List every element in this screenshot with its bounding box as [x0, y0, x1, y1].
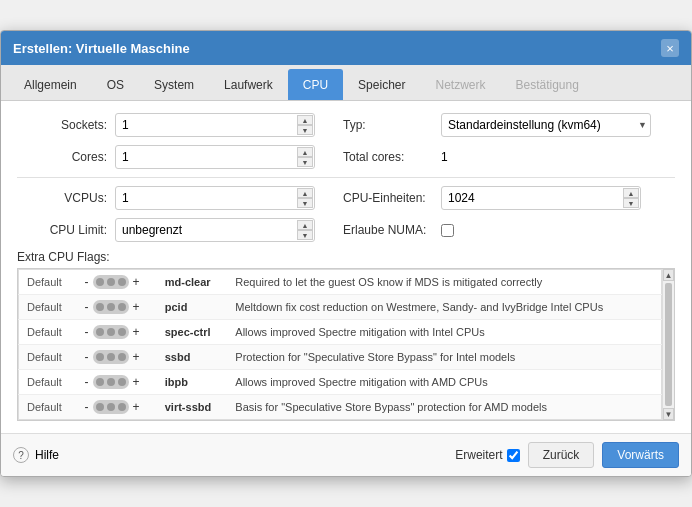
cores-spinners: ▲ ▼ [297, 147, 313, 167]
vorwarts-button[interactable]: Vorwärts [602, 442, 679, 468]
toggle-circle-3-3 [118, 353, 126, 361]
flag-toggle-4[interactable]: - + [77, 370, 157, 395]
dialog-footer: ? Hilfe Erweitert Zurück Vorwärts [1, 433, 691, 476]
tab-bar: Allgemein OS System Laufwerk CPU Speiche… [1, 65, 691, 101]
footer-left: ? Hilfe [13, 447, 447, 463]
cpu-limit-input[interactable] [115, 218, 315, 242]
flag-row: Default - + ssbd Protection for "Specula… [19, 345, 662, 370]
minus-icon-5: - [85, 400, 89, 414]
cpu-einheiten-input[interactable] [441, 186, 641, 210]
cores-input[interactable] [115, 145, 315, 169]
flag-toggle-2[interactable]: - + [77, 320, 157, 345]
erlaube-numa-checkbox[interactable] [441, 224, 454, 237]
typ-section: Typ: Standardeinstellung (kvm64) ▼ [343, 113, 651, 137]
divider-1 [17, 177, 675, 178]
flag-name-2: spec-ctrl [157, 320, 228, 345]
toggle-circle-1-3 [118, 303, 126, 311]
cpu-einheiten-input-wrap: ▲ ▼ [441, 186, 641, 210]
vcpus-down[interactable]: ▼ [297, 198, 313, 208]
content-area: Sockets: ▲ ▼ Typ: Standardeinstellung (k… [1, 101, 691, 433]
flag-toggle-3[interactable]: - + [77, 345, 157, 370]
toggle-track-5[interactable] [93, 400, 129, 414]
limit-up[interactable]: ▲ [297, 220, 313, 230]
flag-name-1: pcid [157, 295, 228, 320]
einheiten-down[interactable]: ▼ [623, 198, 639, 208]
vcpus-label: VCPUs: [17, 191, 107, 205]
flags-scroll-area: Default - + md-clear Required to let the… [17, 268, 675, 421]
row-limit-numa: CPU Limit: ▲ ▼ Erlaube NUMA: [17, 218, 675, 242]
sockets-input-wrap: ▲ ▼ [115, 113, 315, 137]
sockets-input[interactable] [115, 113, 315, 137]
dialog-header: Erstellen: Virtuelle Maschine × [1, 31, 691, 65]
flag-default-4: Default [19, 370, 77, 395]
toggle-track-2[interactable] [93, 325, 129, 339]
flag-default-0: Default [19, 270, 77, 295]
cores-up[interactable]: ▲ [297, 147, 313, 157]
flag-name-3: ssbd [157, 345, 228, 370]
tab-laufwerk[interactable]: Laufwerk [209, 69, 288, 100]
help-icon[interactable]: ? [13, 447, 29, 463]
sockets-up[interactable]: ▲ [297, 115, 313, 125]
cores-down[interactable]: ▼ [297, 157, 313, 167]
close-button[interactable]: × [661, 39, 679, 57]
flag-row: Default - + spec-ctrl Allows improved Sp… [19, 320, 662, 345]
toggle-circle-0-3 [118, 278, 126, 286]
cpu-limit-spinners: ▲ ▼ [297, 220, 313, 240]
erweitert-wrap: Erweitert [455, 448, 519, 462]
flag-toggle-5[interactable]: - + [77, 395, 157, 420]
flag-row: Default - + virt-ssbd Basis for "Specula… [19, 395, 662, 420]
toggle-circle-0-2 [107, 278, 115, 286]
toggle-track-4[interactable] [93, 375, 129, 389]
row-vcpus-einheiten: VCPUs: ▲ ▼ CPU-Einheiten: ▲ ▼ [17, 186, 675, 210]
flag-toggle-1[interactable]: - + [77, 295, 157, 320]
scroll-up-arrow[interactable]: ▲ [663, 269, 674, 281]
tab-allgemein[interactable]: Allgemein [9, 69, 92, 100]
tab-os[interactable]: OS [92, 69, 139, 100]
flag-desc-0: Required to let the guest OS know if MDS… [227, 270, 661, 295]
extra-flags-label: Extra CPU Flags: [17, 250, 675, 264]
create-vm-dialog: Erstellen: Virtuelle Maschine × Allgemei… [0, 30, 692, 477]
toggle-circle-4-3 [118, 378, 126, 386]
sockets-spinners: ▲ ▼ [297, 115, 313, 135]
cores-label: Cores: [17, 150, 107, 164]
tab-cpu[interactable]: CPU [288, 69, 343, 100]
vcpus-input[interactable] [115, 186, 315, 210]
typ-label: Typ: [343, 118, 433, 132]
toggle-circle-2-1 [96, 328, 104, 336]
plus-icon-5: + [133, 400, 140, 414]
toggle-circle-4-1 [96, 378, 104, 386]
vcpus-up[interactable]: ▲ [297, 188, 313, 198]
total-cores-label: Total cores: [343, 150, 433, 164]
tab-bestatigung: Bestätigung [501, 69, 594, 100]
tab-system[interactable]: System [139, 69, 209, 100]
flag-default-1: Default [19, 295, 77, 320]
minus-icon-2: - [85, 325, 89, 339]
plus-icon-3: + [133, 350, 140, 364]
flag-desc-4: Allows improved Spectre mitigation with … [227, 370, 661, 395]
flag-name-5: virt-ssbd [157, 395, 228, 420]
toggle-circle-4-2 [107, 378, 115, 386]
toggle-circle-3-1 [96, 353, 104, 361]
limit-down[interactable]: ▼ [297, 230, 313, 240]
flag-row: Default - + pcid Meltdown fix cost reduc… [19, 295, 662, 320]
cpu-limit-label: CPU Limit: [17, 223, 107, 237]
erweitert-checkbox[interactable] [507, 449, 520, 462]
toggle-circle-1-2 [107, 303, 115, 311]
toggle-track-1[interactable] [93, 300, 129, 314]
flag-toggle-0[interactable]: - + [77, 270, 157, 295]
flag-default-3: Default [19, 345, 77, 370]
scroll-down-arrow[interactable]: ▼ [663, 408, 674, 420]
flag-desc-3: Protection for "Speculative Store Bypass… [227, 345, 661, 370]
einheiten-up[interactable]: ▲ [623, 188, 639, 198]
toggle-track-0[interactable] [93, 275, 129, 289]
scroll-thumb[interactable] [665, 283, 672, 406]
zuruck-button[interactable]: Zurück [528, 442, 595, 468]
total-cores-section: Total cores: 1 [343, 150, 448, 164]
numa-section: Erlaube NUMA: [343, 223, 454, 237]
tab-speicher[interactable]: Speicher [343, 69, 420, 100]
typ-select[interactable]: Standardeinstellung (kvm64) [441, 113, 651, 137]
sockets-down[interactable]: ▼ [297, 125, 313, 135]
cpu-einheiten-label: CPU-Einheiten: [343, 191, 433, 205]
toggle-track-3[interactable] [93, 350, 129, 364]
flags-scrollbar[interactable]: ▲ ▼ [662, 269, 674, 420]
